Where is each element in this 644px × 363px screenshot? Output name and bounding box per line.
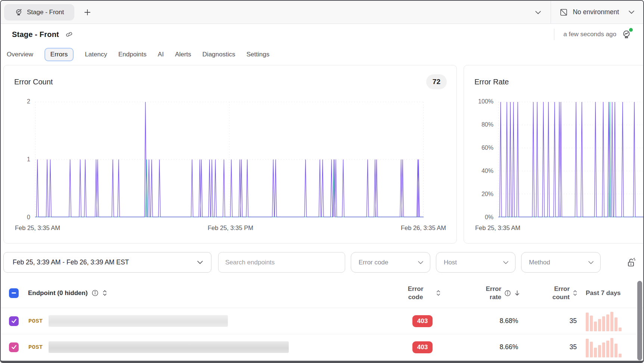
past-7-days-sparkline [586,337,643,357]
app-window: Stage - Front No environment [0,0,644,363]
error-count-x-axis: Feb 25, 3:35 AM Feb 25, 3:35 PM Feb 26, … [15,224,446,232]
x-tick: Feb 25, 3:35 PM [208,224,253,232]
charts-row: Error Count 72 2 1 0 Feb 25, 3:35 AM Feb… [1,64,643,243]
past-7-days-column-header: Past 7 days [579,289,643,297]
new-tab-button[interactable] [81,6,94,19]
sort-icon[interactable] [436,289,441,297]
error-code-filter[interactable]: Error code [351,252,430,273]
project-tab-label: Stage - Front [27,9,64,16]
endpoints-table-header: Endpoint (0 hidden) Error code Error ra [1,278,643,308]
project-tab[interactable]: Stage - Front [4,4,74,21]
live-status-dot [629,28,633,32]
error-rate-value: 8.66% [454,343,523,351]
host-filter-label: Host [444,259,457,266]
environment-label: No environment [573,8,619,16]
y-tick: 60% [482,145,493,151]
sort-descending-arrow-icon[interactable] [514,290,520,296]
error-count-value: 35 [523,317,579,325]
row-checkbox[interactable] [9,316,19,326]
tab-alerts[interactable]: Alerts [175,48,191,61]
plus-icon [84,9,91,16]
page-header: Stage - Front a few seconds ago [1,24,643,45]
x-tick: Feb 25, 3:35 AM [15,224,60,232]
unlock-icon[interactable] [626,257,636,268]
date-range-value: Feb 25, 3:39 AM - Feb 26, 3:39 AM EST [13,258,129,266]
tab-ai[interactable]: AI [158,48,164,61]
error-rate-y-axis: 100% 80% 60% 40% 20% 0% [464,98,498,221]
tab-list-dropdown[interactable] [535,9,541,16]
sort-icon[interactable] [102,289,107,297]
tab-diagnostics[interactable]: Diagnostics [202,48,235,61]
y-tick: 20% [482,191,493,198]
refresh-status-button[interactable] [621,29,632,40]
y-tick: 0 [27,214,30,221]
error-count-badge: 72 [426,74,447,89]
error-rate-card: Error Rate 5.95% 100% 80% 60% 40% 20% 0%… [464,65,644,243]
search-input[interactable] [218,252,345,273]
page-title: Stage - Front [12,30,59,39]
error-code-badge: 403 [412,315,433,327]
crystal-ball-icon [15,8,23,16]
y-tick: 0% [485,214,493,221]
error-count-y-axis: 2 1 0 [4,98,35,221]
error-rate-value: 8.68% [454,317,523,325]
http-method-label: POST [28,318,43,325]
past-7-days-sparkline [586,311,643,331]
check-icon [11,318,17,324]
error-count-card: Error Count 72 2 1 0 Feb 25, 3:35 AM Feb… [3,65,457,243]
chevron-down-icon [629,10,634,14]
section-tabs: Overview Errors Latency Endpoints AI Ale… [1,45,643,64]
chevron-down-icon [197,261,203,264]
http-method-label: POST [28,344,43,351]
link-icon[interactable] [65,30,73,38]
error-count-chart[interactable] [35,101,424,218]
chevron-down-icon [535,11,541,14]
last-updated-text: a few seconds ago [563,31,616,38]
filters-row: Feb 25, 3:39 AM - Feb 26, 3:39 AM EST Er… [1,252,643,273]
tab-endpoints[interactable]: Endpoints [118,48,147,61]
redacted-endpoint-path [49,341,289,353]
error-count-value: 35 [523,343,579,351]
error-code-column-header: Error code [405,285,427,301]
row-checkbox[interactable] [9,342,19,352]
sort-icon[interactable] [573,289,578,297]
method-filter[interactable]: Method [521,252,601,273]
error-rate-title: Error Rate [474,78,509,86]
top-bar: Stage - Front No environment [1,1,643,24]
y-tick: 2 [27,98,30,105]
chevron-down-icon [418,261,423,264]
host-filter[interactable]: Host [436,252,515,273]
y-tick: 80% [482,121,493,128]
no-environment-icon [559,8,568,17]
error-rate-x-axis: Feb 25, 3:35 AM Feb 25, 3:35 PM Feb 26, … [475,224,644,232]
error-rate-column-header: Error rate [480,285,501,301]
table-row[interactable]: POST 403 8.68% 35 [1,308,643,334]
select-all-checkbox[interactable] [9,288,19,298]
error-rate-chart[interactable] [498,101,644,218]
vertical-scrollbar[interactable] [637,281,642,360]
environment-selector[interactable]: No environment [551,1,643,24]
error-count-title: Error Count [14,78,53,86]
method-filter-label: Method [529,259,550,266]
indeterminate-minus-icon [12,292,16,294]
tab-settings[interactable]: Settings [247,48,269,61]
tab-errors[interactable]: Errors [44,48,74,61]
chevron-down-icon [503,261,508,264]
x-tick: Feb 25, 3:35 AM [475,224,520,232]
updated-divider [554,29,554,40]
y-tick: 100% [478,98,493,105]
error-code-badge: 403 [412,341,433,353]
table-row[interactable]: POST 403 8.66% 35 [1,334,643,360]
info-icon[interactable] [92,289,99,297]
tab-overview[interactable]: Overview [7,48,33,61]
date-range-picker[interactable]: Feb 25, 3:39 AM - Feb 26, 3:39 AM EST [3,252,211,273]
redacted-endpoint-path [49,315,228,327]
chevron-down-icon [588,261,594,264]
check-icon [11,344,17,350]
y-tick: 40% [482,168,493,174]
error-count-column-header: Error count [549,285,570,301]
tab-latency[interactable]: Latency [85,48,107,61]
info-icon[interactable] [504,290,511,297]
endpoint-column-header: Endpoint (0 hidden) [28,289,88,297]
x-tick: Feb 26, 3:35 AM [401,224,446,232]
